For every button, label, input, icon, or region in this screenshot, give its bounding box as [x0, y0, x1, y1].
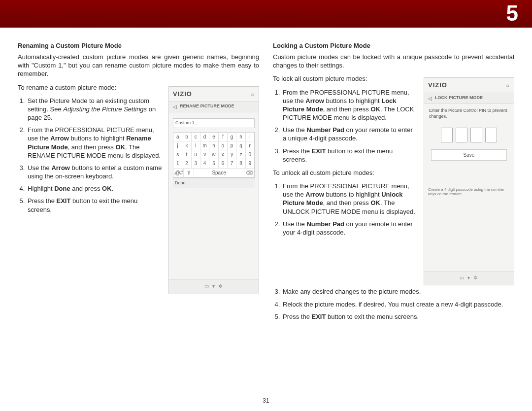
rename-step-3: Use the Arrow buttons to enter a custom … — [27, 164, 163, 180]
right-intro: Custom picture modes can be locked with … — [273, 53, 514, 69]
key-3: 3 — [192, 159, 200, 168]
unlock-step-5: Press the EXIT button to exit the menu s… — [282, 312, 514, 321]
chapter-number: 5 — [506, 1, 518, 26]
lock-hint: Create a 4 digit passcode using the numb… — [428, 187, 510, 197]
key-y: y — [228, 150, 236, 159]
key-6: 6 — [219, 159, 228, 168]
key-v: v — [200, 150, 209, 159]
key-s: s — [173, 150, 182, 159]
left-lead: To rename a custom picture mode: — [18, 83, 163, 92]
key-a: a — [173, 133, 182, 141]
left-intro: Automatically-created custom picture mod… — [18, 53, 259, 78]
key-j: j — [173, 141, 182, 150]
rename-step-2: From the PROFESSIONAL PICTURE menu, use … — [27, 126, 163, 160]
key-l: l — [192, 141, 200, 150]
key-7: 7 — [228, 159, 236, 168]
back-icon: ◁ — [173, 103, 177, 110]
save-button: Save — [431, 149, 507, 161]
lock-step-1: From the PROFESSIONAL PICTURE menu, use … — [282, 88, 418, 122]
rename-mock-panel: VIZIO ⌂ ◁ RENAME PICTURE MODE Custom 1_ … — [168, 86, 259, 294]
keyboard-done: Done — [173, 178, 255, 188]
unlock-step-3: Make any desired changes to the picture … — [282, 287, 514, 296]
rename-steps: Set the Picture Mode to an existing cust… — [18, 97, 163, 214]
key-o: o — [219, 141, 228, 150]
right-heading: Locking a Custom Picture Mode — [273, 41, 514, 50]
unlock-steps: From the PROFESSIONAL PICTURE menu, use … — [273, 182, 418, 237]
key-q: q — [236, 141, 245, 150]
key-c: c — [192, 133, 200, 141]
page-number: 31 — [0, 397, 532, 404]
key-4: 4 — [200, 159, 209, 168]
key-t: t — [182, 150, 191, 159]
lock-mock-panel: VIZIO ⌂ ◁ LOCK PICTURE MODE Enter the Pi… — [424, 77, 514, 285]
key-m: m — [200, 141, 209, 150]
key-h: h — [236, 133, 245, 141]
key-z: z — [236, 150, 245, 159]
key-n: n — [209, 141, 218, 150]
key-i: i — [246, 133, 254, 141]
pin-box — [456, 128, 467, 142]
home-icon: ⌂ — [251, 91, 255, 97]
key-5: 5 — [209, 159, 218, 168]
lock-step-2: Use the Number Pad on your remote to ent… — [282, 126, 418, 142]
chapter-header: 5 — [0, 0, 532, 28]
home-icon: ⌂ — [506, 82, 510, 88]
key-k: k — [182, 141, 191, 150]
key-8: 8 — [236, 159, 245, 168]
back-icon: ◁ — [428, 95, 432, 102]
pin-box — [485, 128, 497, 142]
key-g: g — [228, 133, 236, 141]
key-2: 2 — [182, 159, 191, 168]
key-1: 1 — [173, 159, 182, 168]
lock-lead: To lock all custom picture modes: — [273, 74, 418, 83]
mock-brand: VIZIO — [173, 90, 192, 98]
pin-box — [470, 128, 482, 142]
key-r: r — [246, 141, 254, 150]
key-w: w — [209, 150, 218, 159]
key-p: p — [228, 141, 236, 150]
on-screen-keyboard: abcdefghijklmnopqrstuvwxyz0123456789.@#⇧… — [173, 132, 255, 178]
mock-footer-icons: ▭ ▾ ✲ — [424, 271, 514, 285]
left-heading: Renaming a Custom Picture Mode — [18, 41, 259, 50]
unlock-step-4: Relock the picture modes, if desired. Yo… — [282, 300, 514, 308]
key-9: 9 — [246, 159, 254, 168]
unlock-step-2: Use the Number Pad on your remote to ent… — [282, 220, 418, 237]
key-0: 0 — [246, 150, 254, 159]
key-shift: ⇧ — [184, 169, 194, 177]
rename-step-4: Highlight Done and press OK. — [27, 184, 163, 193]
lock-step-3: Press the EXIT button to exit the menu s… — [282, 147, 418, 164]
rename-step-1: Set the Picture Mode to an existing cust… — [27, 97, 163, 122]
lock-steps: From the PROFESSIONAL PICTURE menu, use … — [273, 88, 418, 164]
key-u: u — [192, 150, 200, 159]
mock-brand: VIZIO — [428, 81, 447, 89]
unlock-lead: To unlock all custom picture modes: — [273, 169, 418, 177]
unlock-steps-cont: Make any desired changes to the picture … — [273, 287, 514, 320]
key-e: e — [209, 133, 218, 141]
mock-title: LOCK PICTURE MODE — [435, 95, 483, 101]
key-symbols: .@# — [173, 169, 184, 177]
mock-title: RENAME PICTURE MODE — [180, 103, 234, 109]
rename-step-5: Press the EXIT button to exit the menu s… — [27, 197, 163, 213]
left-column: Renaming a Custom Picture Mode Automatic… — [18, 41, 259, 326]
page-content: Renaming a Custom Picture Mode Automatic… — [0, 28, 532, 326]
key-b: b — [182, 133, 191, 141]
mock-footer-icons: ▭ ▾ ✲ — [169, 279, 259, 293]
key-space: Space — [194, 169, 244, 177]
pin-box — [441, 128, 453, 142]
unlock-step-1: From the PROFESSIONAL PICTURE menu, use … — [282, 182, 418, 216]
lock-instruction: Enter the Picture Control PIN to prevent… — [428, 107, 510, 125]
right-column: Locking a Custom Picture Mode Custom pic… — [273, 41, 514, 326]
key-x: x — [219, 150, 228, 159]
key-d: d — [200, 133, 209, 141]
pin-boxes — [428, 128, 510, 142]
key-backspace: ⌫ — [244, 169, 254, 177]
key-f: f — [219, 133, 228, 141]
rename-input: Custom 1_ — [173, 118, 255, 128]
